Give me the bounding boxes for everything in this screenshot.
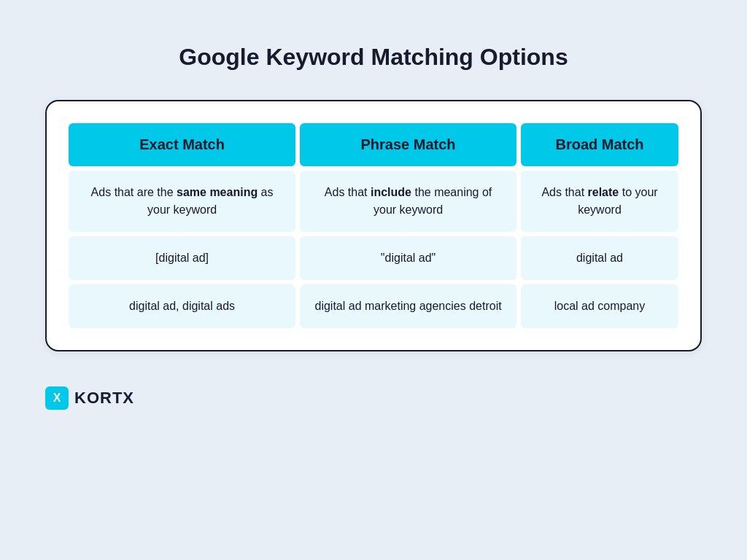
logo-icon: X [45,386,69,410]
cell-r1-c0: [digital ad] [69,236,295,280]
table-header-row: Exact Match Phrase Match Broad Match [69,123,678,166]
header-phrase-match: Phrase Match [300,123,516,166]
header-exact-match: Exact Match [69,123,295,166]
cell-r2-c0: digital ad, digital ads [69,284,295,328]
header-broad-match: Broad Match [521,123,678,166]
keyword-matching-table-container: Exact Match Phrase Match Broad Match Ads… [45,100,702,351]
logo-text: KORTX [74,389,134,408]
cell-r0-c0: Ads that are the same meaning as your ke… [69,171,295,232]
cell-r1-c2: digital ad [521,236,678,280]
table-row: [digital ad]"digital ad"digital ad [69,236,678,280]
logo-area: X KORTX [45,386,134,410]
page-title: Google Keyword Matching Options [179,44,568,71]
cell-r2-c2: local ad company [521,284,678,328]
cell-r0-c2: Ads that relate to your keyword [521,171,678,232]
table-row: Ads that are the same meaning as your ke… [69,171,678,232]
cell-r1-c1: "digital ad" [300,236,516,280]
match-table: Exact Match Phrase Match Broad Match Ads… [64,119,683,332]
cell-r2-c1: digital ad marketing agencies detroit [300,284,516,328]
logo-icon-letter: X [53,392,61,405]
table-row: digital ad, digital adsdigital ad market… [69,284,678,328]
cell-r0-c1: Ads that include the meaning of your key… [300,171,516,232]
